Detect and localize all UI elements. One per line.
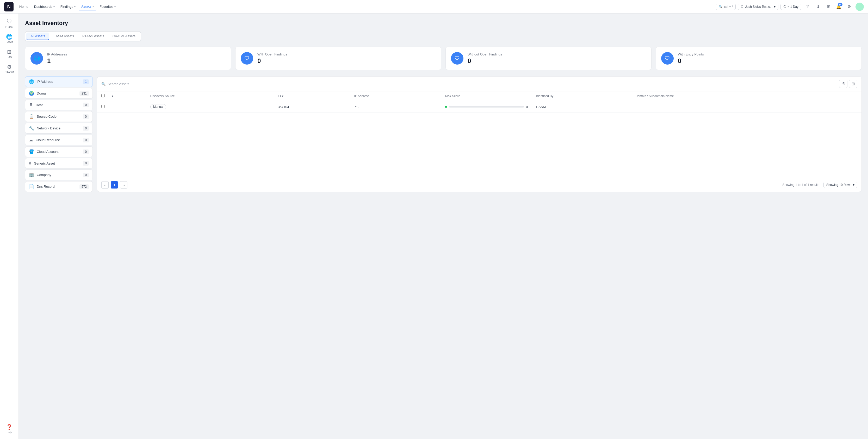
ip-address-icon: 🌐	[29, 79, 34, 84]
row-checkbox[interactable]	[101, 105, 105, 108]
dashboards-chevron-icon: ▾	[53, 5, 55, 8]
page-1-button[interactable]: 1	[111, 181, 118, 189]
workspace-selector[interactable]: 🗓 Josh Siok's Test c... ▾	[738, 4, 779, 10]
help-sidebar-icon: ❓	[6, 424, 12, 430]
nav-favorites[interactable]: Favorites ▾	[97, 3, 118, 10]
settings-button[interactable]: ⚙	[845, 3, 854, 11]
sidebar-item-easm[interactable]: 🌐 EASM	[2, 32, 17, 45]
th-domain-subdomain: Domain : Subdomain Name	[631, 91, 813, 101]
findings-chevron-icon: ▾	[74, 5, 75, 8]
caasm-icon: ⚙	[7, 64, 12, 70]
assets-chevron-icon: ▾	[92, 5, 94, 8]
nav-findings[interactable]: Findings ▾	[58, 3, 78, 10]
next-icon: →	[122, 183, 126, 187]
asset-type-cloud-resource[interactable]: ☁ Cloud Resource 0	[25, 135, 93, 145]
tab-caasm-assets[interactable]: CAASM Assets	[108, 33, 140, 40]
extensions-icon: ⊞	[827, 4, 830, 9]
extensions-button[interactable]: ⊞	[824, 3, 833, 11]
logo[interactable]: N	[4, 2, 13, 11]
asset-type-source-code[interactable]: 📋 Source Code 0	[25, 111, 93, 122]
sidebar-item-ptaas[interactable]: 🛡 PTaaS	[2, 17, 17, 30]
columns-button[interactable]: ⊞	[849, 80, 857, 88]
generic-asset-icon: #	[29, 161, 31, 166]
table-header-row: ▾ Discovery Source ID ▾ IP Address	[97, 91, 862, 101]
stat-ip-label: IP Addresses	[47, 52, 67, 56]
sidebar-item-help[interactable]: ❓ Help	[2, 422, 17, 436]
asset-data-table: ▾ Discovery Source ID ▾ IP Address	[97, 91, 862, 113]
workspace-icon: 🗓	[741, 5, 744, 9]
global-search[interactable]: 🔍 ctrl + /	[716, 4, 736, 10]
th-id[interactable]: ID ▾	[274, 91, 350, 101]
id-sort-control[interactable]: ID ▾	[278, 94, 346, 98]
main-menu: Home Dashboards ▾ Findings ▾ Assets ▾ Fa…	[17, 3, 715, 10]
nav-home[interactable]: Home	[17, 3, 31, 10]
row-risk-score: 0	[441, 101, 532, 113]
discovery-source-tag: Manual	[150, 104, 166, 109]
easm-icon: 🌐	[6, 34, 12, 40]
toolbar-actions: ⚗ ⊞	[839, 80, 857, 88]
asset-type-host[interactable]: 🖥 Host 0	[25, 100, 93, 110]
rows-selector[interactable]: Showing 10 Rows ▾	[824, 182, 857, 188]
row-checkbox-cell	[97, 101, 107, 113]
favorites-chevron-icon: ▾	[114, 5, 116, 8]
stat-ip-addresses[interactable]: 🌐 IP Addresses 1	[25, 46, 231, 70]
row-ip-address: 71.	[350, 101, 441, 113]
row-expand-cell	[107, 101, 146, 113]
help-icon: ?	[807, 4, 809, 9]
time-filter[interactable]: ⏱ < 1 Day	[780, 4, 801, 10]
stat-entry-value: 0	[678, 57, 704, 65]
sidebar-item-caasm[interactable]: ⚙ CAASM	[2, 62, 17, 76]
rows-chevron-icon: ▾	[853, 183, 855, 187]
tab-all-assets[interactable]: All Assets	[26, 33, 49, 40]
table-pagination: ← 1 → Showing 1 to 1 of 1 results Showin…	[97, 178, 862, 192]
user-avatar[interactable]	[856, 3, 864, 11]
sidebar-item-bas[interactable]: ⊞ BAS	[2, 46, 17, 61]
asset-type-ip-address[interactable]: 🌐 IP Address 1	[25, 76, 93, 87]
risk-dot-icon	[445, 106, 447, 108]
stat-with-open-findings[interactable]: 🛡 With Open Findings 0	[235, 46, 441, 70]
workspace-chevron-icon: ▾	[774, 5, 776, 9]
stat-with-entry-points[interactable]: 🛡 With Entry Points 0	[656, 46, 862, 70]
filter-button[interactable]: ⚗	[839, 80, 847, 88]
stat-without-open-findings[interactable]: 🛡 Without Open Findings 0	[445, 46, 652, 70]
prev-icon: ←	[103, 183, 107, 187]
tab-ptaas-assets[interactable]: PTAAS Assets	[78, 33, 108, 40]
asset-type-cloud-account[interactable]: 🪣 Cloud Account 0	[25, 146, 93, 157]
notifications-button[interactable]: 🔔 14	[835, 3, 843, 11]
domain-icon: 🌍	[29, 91, 34, 96]
stats-cards: 🌐 IP Addresses 1 🛡 With Open Findings 0 …	[25, 46, 862, 70]
download-button[interactable]: ⬇	[814, 3, 822, 11]
columns-icon: ⊞	[851, 82, 855, 86]
th-identified-by: Identified By	[532, 91, 631, 101]
asset-type-domain[interactable]: 🌍 Domain 231	[25, 88, 93, 99]
row-domain-subdomain	[631, 101, 813, 113]
nav-assets[interactable]: Assets ▾	[79, 3, 96, 10]
search-assets-input[interactable]: 🔍 Search Assets	[101, 82, 837, 86]
asset-type-generic-asset[interactable]: # Generic Asset 0	[25, 158, 93, 168]
page-title: Asset Inventory	[25, 20, 862, 27]
th-discovery-source: Discovery Source	[146, 91, 274, 101]
row-actions-cell: 👁	[813, 101, 862, 113]
stat-ip-icon: 🌐	[30, 52, 43, 65]
risk-bar-track	[449, 106, 524, 107]
page-controls: ← 1 →	[101, 181, 127, 189]
topnav-right: 🔍 ctrl + / 🗓 Josh Siok's Test c... ▾ ⏱ <…	[716, 3, 864, 11]
search-icon: 🔍	[719, 5, 723, 9]
select-all-checkbox[interactable]	[101, 94, 105, 97]
nav-dashboards[interactable]: Dashboards ▾	[32, 3, 57, 10]
bas-icon: ⊞	[7, 49, 11, 55]
showing-results-text: Showing 1 to 1 of 1 results	[782, 183, 819, 187]
next-page-button[interactable]: →	[120, 181, 127, 189]
th-actions	[813, 91, 862, 101]
asset-type-network-device[interactable]: 🔧 Network Device 0	[25, 123, 93, 133]
asset-type-company[interactable]: 🏢 Company 0	[25, 169, 93, 180]
expand-all-icon[interactable]: ▾	[112, 94, 113, 98]
sort-icon: ▾	[282, 94, 283, 98]
tab-easm-assets[interactable]: EASM Assets	[49, 33, 78, 40]
time-icon: ⏱	[783, 5, 786, 9]
prev-page-button[interactable]: ←	[101, 181, 108, 189]
asset-type-dns-record[interactable]: 📄 Dns Record 572	[25, 181, 93, 192]
help-button[interactable]: ?	[803, 3, 812, 11]
row-id: 357104	[274, 101, 350, 113]
source-code-icon: 📋	[29, 114, 34, 119]
